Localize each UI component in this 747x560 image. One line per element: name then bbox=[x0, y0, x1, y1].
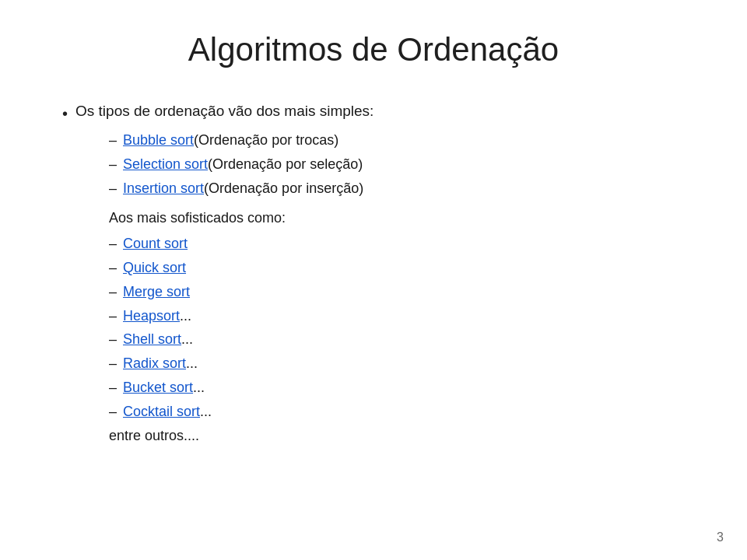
advanced-sort-item: –Cocktail sort... bbox=[109, 401, 685, 423]
sort-description: (Ordenação por inserção) bbox=[204, 177, 363, 200]
sort-link[interactable]: Selection sort bbox=[123, 153, 208, 176]
dash-icon: – bbox=[109, 328, 117, 351]
entre-outros: entre outros.... bbox=[109, 425, 685, 447]
dash-icon: – bbox=[109, 305, 117, 327]
sort-suffix: ... bbox=[180, 305, 191, 327]
advanced-sort-item: –Shell sort... bbox=[109, 328, 685, 351]
bullet-dot: • bbox=[62, 101, 68, 126]
slide-title: Algoritmos de Ordenação bbox=[62, 31, 685, 68]
sort-link[interactable]: Quick sort bbox=[123, 257, 186, 279]
sort-link[interactable]: Cocktail sort bbox=[123, 401, 200, 423]
advanced-sort-item: –Count sort bbox=[109, 233, 685, 255]
slide-content: • Os tipos de ordenação vão dos mais sim… bbox=[62, 100, 685, 446]
simple-sort-item: –Insertion sort (Ordenação por inserção) bbox=[109, 177, 685, 200]
advanced-sort-item: –Merge sort bbox=[109, 281, 685, 303]
bullet-text: Os tipos de ordenação vão dos mais simpl… bbox=[75, 100, 374, 123]
dash-icon: – bbox=[109, 153, 117, 176]
advanced-intro: Aos mais sofisticados como: bbox=[109, 207, 685, 229]
advanced-sort-item: –Radix sort... bbox=[109, 352, 685, 375]
dash-icon: – bbox=[109, 376, 117, 399]
dash-icon: – bbox=[109, 401, 117, 423]
sort-link[interactable]: Merge sort bbox=[123, 281, 190, 303]
sort-suffix: ... bbox=[200, 401, 212, 423]
dash-icon: – bbox=[109, 257, 117, 279]
sort-link[interactable]: Count sort bbox=[123, 233, 188, 255]
sort-link[interactable]: Shell sort bbox=[123, 328, 181, 351]
sort-suffix: ... bbox=[181, 328, 193, 351]
sort-description: (Ordenação por trocas) bbox=[194, 129, 338, 152]
simple-sorts-list: –Bubble sort (Ordenação por trocas)–Sele… bbox=[109, 129, 685, 199]
sort-description: (Ordenação por seleção) bbox=[208, 153, 363, 176]
page-number: 3 bbox=[717, 530, 724, 544]
sort-link[interactable]: Heapsort bbox=[123, 305, 180, 327]
dash-icon: – bbox=[109, 177, 117, 200]
sort-link[interactable]: Bubble sort bbox=[123, 129, 194, 152]
simple-sort-item: –Bubble sort (Ordenação por trocas) bbox=[109, 129, 685, 152]
advanced-sorts-list: –Count sort–Quick sort–Merge sort–Heapso… bbox=[109, 233, 685, 422]
advanced-sort-item: –Quick sort bbox=[109, 257, 685, 279]
sort-suffix: ... bbox=[193, 376, 205, 399]
sort-link[interactable]: Bucket sort bbox=[123, 376, 193, 399]
dash-icon: – bbox=[109, 281, 117, 303]
advanced-sort-item: –Heapsort... bbox=[109, 305, 685, 327]
sort-suffix: ... bbox=[186, 352, 198, 375]
main-bullet: • Os tipos de ordenação vão dos mais sim… bbox=[62, 100, 685, 126]
slide: Algoritmos de Ordenação • Os tipos de or… bbox=[0, 0, 747, 560]
dash-icon: – bbox=[109, 129, 117, 152]
simple-sort-item: –Selection sort (Ordenação por seleção) bbox=[109, 153, 685, 176]
advanced-sort-item: –Bucket sort... bbox=[109, 376, 685, 399]
sort-link[interactable]: Insertion sort bbox=[123, 177, 204, 200]
dash-icon: – bbox=[109, 233, 117, 255]
dash-icon: – bbox=[109, 352, 117, 375]
sort-link[interactable]: Radix sort bbox=[123, 352, 186, 375]
